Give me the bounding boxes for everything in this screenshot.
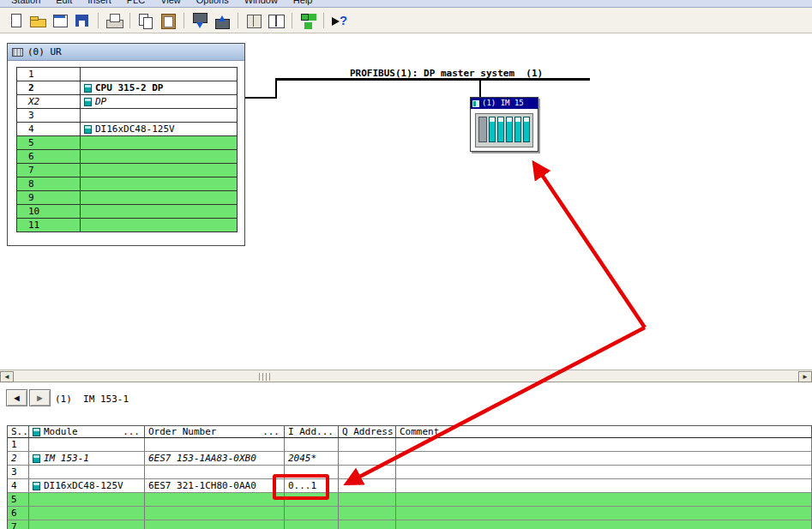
column-label: S...	[11, 426, 29, 437]
detail-table-row[interactable]: 6	[8, 507, 812, 520]
dp-connector-horizontal	[245, 97, 276, 99]
rack-module-cell[interactable]	[81, 164, 237, 177]
rack-row[interactable]: X2 DP	[17, 95, 237, 109]
scroll-right-icon[interactable]: ►	[798, 371, 812, 382]
slave-module-graphic	[475, 113, 533, 147]
cell-module[interactable]: IM 153-1	[29, 452, 145, 466]
rack-row[interactable]: 3	[17, 109, 237, 123]
rack-row[interactable]: 11	[17, 219, 237, 232]
cell-qaddr	[339, 438, 396, 452]
previous-station-button[interactable]: ◄	[6, 389, 27, 406]
rack-titlebar[interactable]: (0) UR	[8, 44, 244, 61]
cell-qaddr	[339, 520, 396, 529]
cell-iaddr	[285, 493, 339, 507]
rack-row[interactable]: 1	[17, 68, 237, 81]
next-station-button[interactable]: ►	[29, 389, 51, 406]
detail-table-row[interactable]: 4 DI16xDC48-125V 6ES7 321-1CH80-0AA0 0..…	[8, 479, 812, 493]
menu-edit[interactable]: Edit	[48, 0, 80, 7]
menu-bar: StationEditInsertPLCViewOptionsWindowHel…	[0, 0, 812, 8]
cell-module[interactable]: DI16xDC48-125V	[29, 479, 145, 493]
cell-module[interactable]	[29, 438, 145, 452]
print-icon[interactable]	[104, 11, 124, 30]
station-window-icon[interactable]	[50, 11, 70, 30]
rack-row[interactable]: 4 DI16xDC48-125V	[17, 123, 237, 136]
detail-column-header[interactable]: Q Address	[339, 426, 396, 438]
detail-column-header[interactable]: Module ...	[29, 426, 145, 438]
menu-plc[interactable]: PLC	[119, 0, 153, 7]
rack-row[interactable]: 6	[17, 150, 237, 164]
rack-module-cell[interactable]	[81, 191, 237, 205]
split-window-icon[interactable]	[266, 11, 286, 30]
cell-qaddr	[339, 479, 396, 493]
paste-icon[interactable]	[158, 11, 178, 30]
download-icon[interactable]	[189, 11, 210, 30]
detail-column-header[interactable]: S...	[8, 426, 29, 438]
rack-module-cell[interactable]	[81, 150, 237, 164]
dp-slave-im153[interactable]: (1) IM 15	[470, 97, 538, 152]
rack-row[interactable]: 9	[17, 191, 237, 205]
rack-row[interactable]: 5	[17, 136, 237, 150]
open-icon[interactable]	[27, 11, 48, 30]
new-icon[interactable]	[5, 11, 26, 30]
rack-module-cell[interactable]	[81, 136, 237, 150]
toolbar-separator	[238, 13, 238, 28]
detail-column-header[interactable]: I Add...	[285, 426, 339, 438]
detail-table-row[interactable]: 2 IM 153-1 6ES7 153-1AA83-0XB0 2045*	[8, 452, 812, 466]
rack-module-cell[interactable]: CPU 315-2 DP	[81, 81, 237, 95]
detail-table-row[interactable]: 7	[8, 520, 812, 529]
scroll-left-icon[interactable]: ◄	[0, 371, 14, 382]
detail-table-row[interactable]: 1	[8, 438, 812, 452]
cell-module-label: IM 153-1	[44, 453, 89, 465]
cell-module[interactable]	[29, 520, 145, 529]
module-icon	[33, 454, 40, 463]
cell-comment	[396, 452, 812, 466]
help-icon[interactable]	[329, 11, 350, 30]
menu-help[interactable]: Help	[286, 0, 321, 7]
cell-order	[145, 466, 285, 479]
menu-window[interactable]: Window	[237, 0, 286, 7]
rack-module-cell[interactable]	[81, 68, 237, 81]
cell-module-label: DI16xDC48-125V	[44, 480, 123, 492]
column-label: Module	[44, 426, 78, 437]
menu-options[interactable]: Options	[189, 0, 237, 7]
rack-module-cell[interactable]	[81, 205, 237, 219]
cell-comment	[396, 507, 812, 520]
rack-row[interactable]: 2 CPU 315-2 DP	[17, 81, 237, 95]
menu-station[interactable]: Station	[3, 0, 48, 7]
column-label: Comment	[400, 426, 439, 437]
rack-module-cell[interactable]: DI16xDC48-125V	[81, 123, 237, 136]
module-icon	[33, 482, 40, 490]
rack-module-cell[interactable]	[81, 219, 237, 232]
detail-column-header[interactable]: Comment	[396, 426, 812, 438]
cell-module[interactable]	[29, 493, 145, 507]
profibus-line[interactable]	[277, 78, 590, 81]
rack-slot-number: 4	[17, 123, 81, 136]
upload-icon[interactable]	[212, 11, 232, 30]
detail-table-row[interactable]: 5	[8, 493, 812, 507]
detail-table-row[interactable]: 3	[8, 466, 812, 479]
network-icon[interactable]	[298, 11, 318, 30]
cell-qaddr	[339, 466, 396, 479]
cell-qaddr	[339, 507, 396, 520]
cell-module[interactable]	[29, 466, 145, 479]
cell-iaddr	[285, 507, 339, 520]
rack-row[interactable]: 8	[17, 177, 237, 191]
menu-insert[interactable]: Insert	[80, 0, 119, 7]
splitter-grip[interactable]	[259, 373, 270, 381]
save-compile-icon[interactable]	[72, 11, 93, 30]
rack-module-cell[interactable]: DP	[81, 95, 237, 109]
rack-row[interactable]: 10	[17, 205, 237, 219]
detail-column-header[interactable]: Order Number ...	[145, 426, 285, 438]
rack-slot-number: 3	[17, 109, 81, 123]
horizontal-scrollbar[interactable]: ◄ ►	[0, 370, 812, 382]
cell-module[interactable]	[29, 507, 145, 520]
toolbar-separator	[129, 13, 130, 28]
cell-slot: 7	[8, 520, 29, 529]
rack-module-cell[interactable]	[81, 109, 237, 123]
rack-row[interactable]: 7	[17, 164, 237, 177]
rack-module-cell[interactable]	[81, 177, 237, 191]
copy-icon[interactable]	[135, 11, 156, 30]
column-trail: ...	[123, 426, 144, 437]
menu-view[interactable]: View	[153, 0, 189, 7]
catalog-icon[interactable]	[244, 11, 264, 30]
